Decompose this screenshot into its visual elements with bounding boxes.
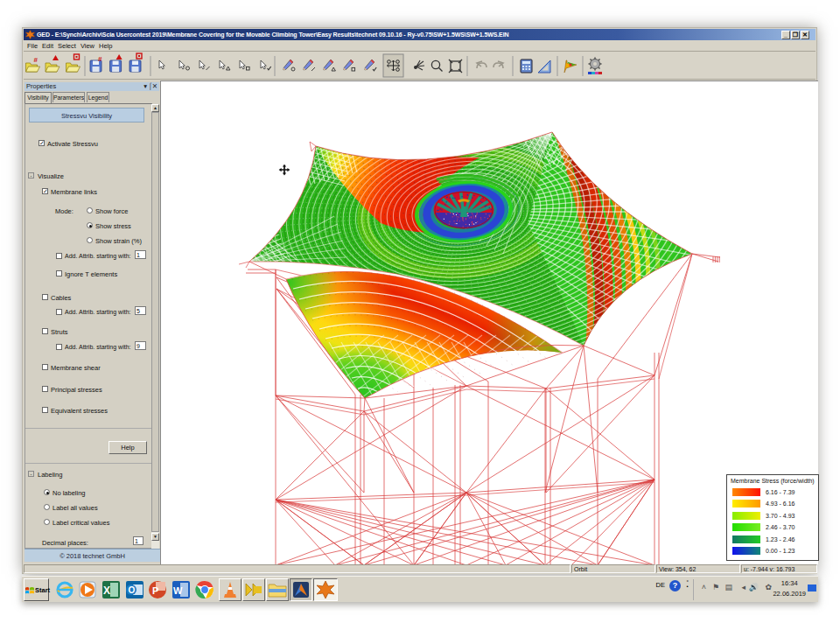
svg-text:P: P <box>152 585 158 596</box>
svg-text:#: # <box>34 56 38 64</box>
svg-text:#: # <box>98 55 102 63</box>
svg-text:W: W <box>173 585 183 596</box>
svg-text:O: O <box>129 585 136 595</box>
svg-text:X: X <box>103 584 110 597</box>
